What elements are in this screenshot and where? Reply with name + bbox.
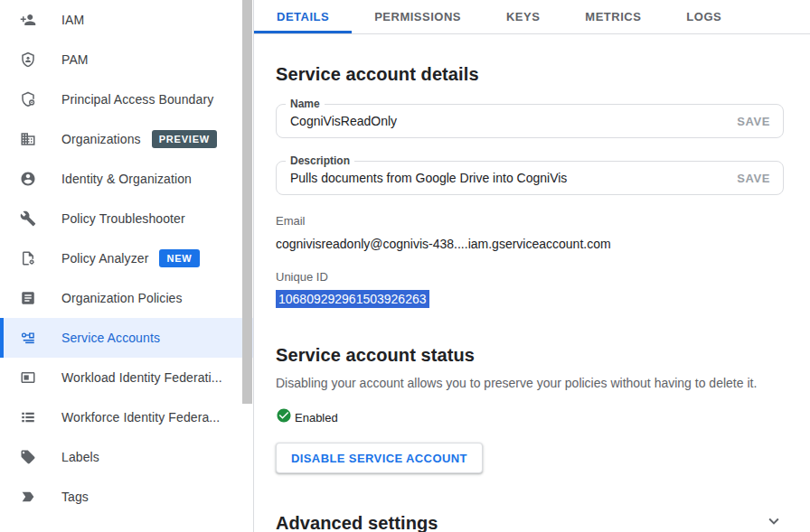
advanced-settings-title: Advanced settings — [276, 510, 438, 532]
description-save-button[interactable]: SAVE — [737, 172, 770, 185]
sidebar-item-service-accounts[interactable]: Service Accounts — [0, 318, 253, 358]
advanced-settings-row[interactable]: Advanced settings — [276, 510, 784, 532]
sidebar-item-label: Workforce Identity Federa... — [61, 410, 220, 425]
status-enabled-row: Enabled — [276, 407, 784, 427]
sidebar-item-label: Organizations — [61, 132, 141, 146]
sidebar-item-label: Identity & Organization — [61, 172, 192, 186]
disable-service-account-button[interactable]: DISABLE SERVICE ACCOUNT — [276, 443, 483, 473]
tab-details[interactable]: DETAILS — [254, 0, 352, 33]
sidebar-item-tags[interactable]: Tags — [0, 477, 253, 517]
sidebar-item-identity-organization[interactable]: Identity & Organization — [0, 159, 253, 199]
sidebar-item-workforce-identity-federation[interactable]: Workforce Identity Federa... — [0, 397, 253, 437]
sidebar-item-label: PAM — [61, 52, 89, 67]
tab-bar: DETAILS PERMISSIONS KEYS METRICS LOGS — [254, 0, 810, 34]
account-circle-icon — [20, 171, 36, 187]
sidebar-item-label: Labels — [61, 450, 99, 464]
sidebar-item-label: Policy Analyzer — [61, 251, 148, 266]
sidebar-item-policy-analyzer[interactable]: Policy Analyzer NEW — [0, 238, 253, 278]
wrench-icon — [20, 210, 36, 227]
sidebar-item-workload-identity-federation[interactable]: Workload Identity Federati... — [0, 358, 253, 397]
shield-boundary-icon — [20, 91, 36, 107]
organization-building-icon — [20, 131, 36, 147]
sidebar-item-label: Policy Troubleshooter — [61, 211, 185, 226]
sidebar-item-label: Principal Access Boundary — [61, 92, 213, 107]
sidebar-item-label: IAM — [61, 13, 84, 27]
sidebar-item-label: Organization Policies — [61, 291, 183, 305]
sidebar-item-iam[interactable]: IAM — [0, 0, 253, 40]
sidebar-item-organization-policies[interactable]: Organization Policies — [0, 278, 253, 318]
sidebar-scrollbar-thumb[interactable] — [242, 0, 252, 404]
sidebar-item-label: Tags — [61, 490, 89, 504]
unique-id-label: Unique ID — [276, 270, 784, 285]
sidebar-item-organizations[interactable]: Organizations PREVIEW — [0, 119, 253, 159]
status-enabled-label: Enabled — [295, 411, 338, 425]
check-circle-icon — [276, 407, 292, 427]
person-add-icon — [20, 12, 36, 28]
name-field: Name SAVE — [276, 104, 784, 138]
tag-arrow-icon — [20, 489, 36, 505]
shield-person-icon — [20, 51, 36, 68]
name-save-button[interactable]: SAVE — [737, 115, 770, 128]
email-value: cognivisreadonly@cognivis-438....iam.gse… — [276, 236, 784, 252]
tab-metrics[interactable]: METRICS — [562, 0, 664, 33]
main-panel: DETAILS PERMISSIONS KEYS METRICS LOGS Se… — [254, 0, 810, 532]
sidebar-item-policy-troubleshooter[interactable]: Policy Troubleshooter — [0, 199, 253, 238]
document-gear-icon — [20, 250, 36, 266]
unique-id-row: 106809292961503926263 — [276, 290, 784, 308]
sidebar-item-label: Workload Identity Federati... — [61, 370, 222, 385]
chevron-down-icon[interactable] — [764, 511, 784, 532]
sidebar-item-pam[interactable]: PAM — [0, 40, 253, 79]
tab-permissions[interactable]: PERMISSIONS — [352, 0, 484, 33]
description-input[interactable] — [277, 162, 711, 194]
card-icon — [20, 369, 36, 386]
status-description: Disabling your account allows you to pre… — [276, 374, 784, 392]
email-label: Email — [276, 214, 784, 229]
sidebar-item-label: Service Accounts — [61, 331, 160, 345]
service-account-status-title: Service account status — [276, 342, 784, 368]
sidebar: IAM PAM Principal Access Boundary Organi… — [0, 0, 254, 532]
tab-keys[interactable]: KEYS — [484, 0, 562, 33]
tab-logs[interactable]: LOGS — [664, 0, 744, 33]
sidebar-item-labels[interactable]: Labels — [0, 437, 253, 477]
name-input[interactable] — [277, 105, 711, 137]
description-field: Description SAVE — [276, 161, 784, 195]
preview-badge: PREVIEW — [152, 130, 217, 148]
service-account-key-icon — [20, 330, 36, 346]
label-tag-icon — [20, 449, 36, 465]
sidebar-item-principal-access-boundary[interactable]: Principal Access Boundary — [0, 79, 253, 119]
unique-id-value: 106809292961503926263 — [276, 290, 429, 308]
list-icon — [20, 409, 36, 425]
new-badge: NEW — [159, 249, 199, 267]
service-account-details-title: Service account details — [276, 61, 784, 87]
details-content: Service account details Name SAVE Descri… — [254, 61, 810, 532]
article-icon — [20, 290, 36, 306]
